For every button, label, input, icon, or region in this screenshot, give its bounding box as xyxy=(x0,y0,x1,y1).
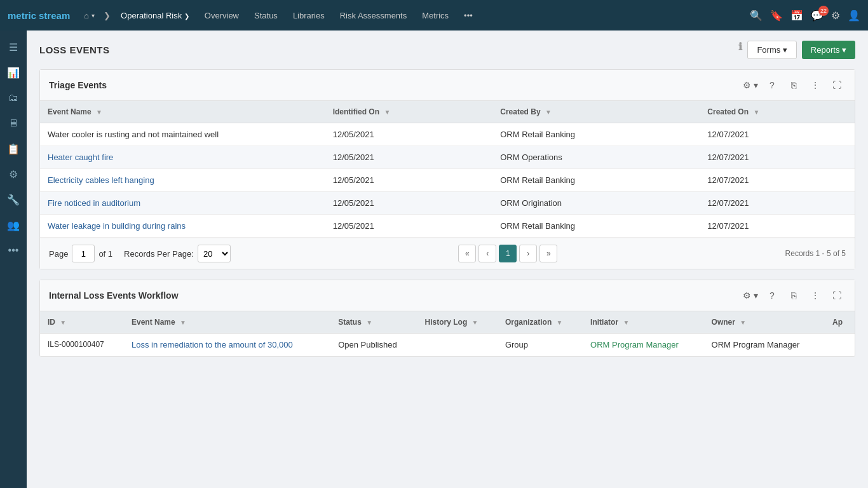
sidebar-icon-more[interactable]: ••• xyxy=(2,239,25,262)
sidebar-icon-tools[interactable]: 🔧 xyxy=(2,188,25,211)
message-badge: 22 xyxy=(818,6,829,16)
bookmark-icon[interactable]: 🔖 xyxy=(770,10,783,22)
table-row: Fire noticed in auditorium12/05/2021ORM … xyxy=(40,192,855,215)
nav-item-operational-risk[interactable]: Operational Risk ❯ xyxy=(116,8,194,23)
workflow-more-icon[interactable]: ⋮ xyxy=(806,287,824,304)
sidebar-icon-dashboard[interactable]: ☰ xyxy=(2,36,25,58)
messages-icon[interactable]: 💬 22 xyxy=(811,10,824,22)
workflow-settings-icon[interactable]: ⚙ ▾ xyxy=(742,287,759,304)
reports-button[interactable]: Reports ▾ xyxy=(802,41,855,59)
home-nav-item[interactable]: ⌂ ▾ xyxy=(80,8,98,23)
wf-row-status: Open Published xyxy=(330,334,417,356)
logo-text-part1: metric xyxy=(8,10,36,21)
home-chevron: ▾ xyxy=(92,12,95,19)
app-logo: metricstream xyxy=(8,10,70,21)
triage-row-created-by: ORM Retail Banking xyxy=(492,215,700,238)
sidebar-icon-tasks[interactable]: 📋 xyxy=(2,137,25,160)
page-header: LOSS EVENTS ℹ Forms ▾ Reports ▾ xyxy=(39,41,855,59)
wf-row-initiator: ORM Program Manager xyxy=(583,334,704,356)
per-page-select[interactable]: 20 50 100 xyxy=(198,245,231,262)
workflow-table-header-row: ID ▼ Event Name ▼ Status ▼ History Log xyxy=(40,311,855,334)
workflow-section-title: Internal Loss Events Workflow xyxy=(49,290,179,301)
triage-section-header: Triage Events ⚙ ▾ ? ⎘ ⋮ ⛶ xyxy=(40,70,855,101)
triage-table-header-row: Event Name ▼ Identified On ▼ Created By … xyxy=(40,101,855,123)
triage-row-event-name: Electricity cables left hanging xyxy=(40,169,325,192)
triage-row-created-on: 12/07/2021 xyxy=(700,169,855,192)
prev-page-btn[interactable]: ‹ xyxy=(478,245,496,262)
wf-col-ap[interactable]: Ap xyxy=(825,311,855,334)
calendar-icon[interactable]: 📅 xyxy=(790,10,803,22)
triage-row-event-name: Water cooler is rusting and not maintain… xyxy=(40,123,325,146)
triage-row-event-name: Fire noticed in auditorium xyxy=(40,192,325,215)
first-page-btn[interactable]: « xyxy=(458,245,476,262)
nav-item-risk-assessments[interactable]: Risk Assessments xyxy=(335,8,412,23)
wf-col-owner[interactable]: Owner ▼ xyxy=(704,311,825,334)
table-row: Electricity cables left hanging12/05/202… xyxy=(40,169,855,192)
nav-item-more[interactable]: ••• xyxy=(459,8,478,23)
wf-col-organization[interactable]: Organization ▼ xyxy=(498,311,583,334)
wf-col-history-log[interactable]: History Log ▼ xyxy=(417,311,498,334)
triage-copy-icon[interactable]: ⎘ xyxy=(785,76,803,94)
triage-section-tools: ⚙ ▾ ? ⎘ ⋮ ⛶ xyxy=(742,76,846,94)
triage-row-identified-on: 12/05/2021 xyxy=(325,169,493,192)
wf-col-event-name[interactable]: Event Name ▼ xyxy=(124,311,330,334)
wf-initiator-link[interactable]: ORM Program Manager xyxy=(590,340,679,349)
triage-table: Event Name ▼ Identified On ▼ Created By … xyxy=(40,101,855,238)
triage-row-created-by: ORM Retail Banking xyxy=(492,123,700,146)
nav-item-overview[interactable]: Overview xyxy=(200,8,244,23)
triage-row-event-name: Water leakage in building during rains xyxy=(40,215,325,238)
col-identified-on[interactable]: Identified On ▼ xyxy=(325,101,493,123)
nav-item-libraries[interactable]: Libraries xyxy=(288,8,330,23)
wf-col-status[interactable]: Status ▼ xyxy=(330,311,417,334)
triage-row-created-by: ORM Origination xyxy=(492,192,700,215)
triage-expand-icon[interactable]: ⛶ xyxy=(828,76,846,94)
home-icon: ⌂ xyxy=(84,11,89,20)
search-icon[interactable]: 🔍 xyxy=(750,10,763,22)
triage-help-icon[interactable]: ? xyxy=(763,76,781,94)
col-created-by[interactable]: Created By ▼ xyxy=(492,101,700,123)
next-page-btn[interactable]: › xyxy=(519,245,537,262)
col-event-name[interactable]: Event Name ▼ xyxy=(40,101,325,123)
user-avatar[interactable]: 👤 xyxy=(848,10,860,22)
table-row: Water cooler is rusting and not maintain… xyxy=(40,123,855,146)
sidebar-icon-users[interactable]: 👥 xyxy=(2,214,25,236)
sidebar-icon-monitor[interactable]: 🖥 xyxy=(2,112,25,135)
page-number-input[interactable] xyxy=(72,245,95,262)
page-title-text: LOSS EVENTS xyxy=(39,44,110,55)
workflow-expand-icon[interactable]: ⛶ xyxy=(828,287,846,304)
workflow-copy-icon[interactable]: ⎘ xyxy=(785,287,803,304)
table-row: Water leakage in building during rains12… xyxy=(40,215,855,238)
triage-row-created-on: 12/07/2021 xyxy=(700,146,855,169)
forms-button[interactable]: Forms ▾ xyxy=(747,41,796,59)
workflow-section-tools: ⚙ ▾ ? ⎘ ⋮ ⛶ xyxy=(742,287,846,304)
triage-more-icon[interactable]: ⋮ xyxy=(806,76,824,94)
triage-row-created-on: 12/07/2021 xyxy=(700,123,855,146)
wf-row-id: ILS-0000100407 xyxy=(40,334,124,356)
workflow-help-icon[interactable]: ? xyxy=(763,287,781,304)
event-name-sort-icon: ▼ xyxy=(96,109,102,116)
triage-row-created-on: 12/07/2021 xyxy=(700,215,855,238)
last-page-btn[interactable]: » xyxy=(539,245,557,262)
triage-event-name-link[interactable]: Electricity cables left hanging xyxy=(48,175,154,185)
sidebar-icon-reports[interactable]: 📊 xyxy=(2,61,25,84)
settings-icon[interactable]: ⚙ xyxy=(831,10,840,22)
nav-item-metrics[interactable]: Metrics xyxy=(417,8,454,23)
sidebar-icon-settings[interactable]: ⚙ xyxy=(2,163,25,186)
col-created-on[interactable]: Created On ▼ xyxy=(700,101,855,123)
page-1-btn[interactable]: 1 xyxy=(499,245,517,262)
wf-col-initiator[interactable]: Initiator ▼ xyxy=(583,311,704,334)
triage-event-name-link[interactable]: Heater caught fire xyxy=(48,152,113,162)
triage-event-name-link[interactable]: Fire noticed in auditorium xyxy=(48,198,140,208)
pagination-center: « ‹ 1 › » xyxy=(458,245,557,262)
workflow-section: Internal Loss Events Workflow ⚙ ▾ ? ⎘ ⋮ … xyxy=(39,280,855,357)
nav-item-status[interactable]: Status xyxy=(249,8,283,23)
triage-event-name-link[interactable]: Water leakage in building during rains xyxy=(48,221,186,231)
workflow-table: ID ▼ Event Name ▼ Status ▼ History Log xyxy=(40,311,855,356)
triage-settings-icon[interactable]: ⚙ ▾ xyxy=(742,76,759,94)
wf-event-name-link[interactable]: Loss in remediation to the amount of 30,… xyxy=(132,340,293,349)
table-row: ILS-0000100407 Loss in remediation to th… xyxy=(40,334,855,356)
records-per-page-label: Records Per Page: xyxy=(124,249,194,259)
sidebar-icon-documents[interactable]: 🗂 xyxy=(2,86,25,109)
wf-col-id[interactable]: ID ▼ xyxy=(40,311,124,334)
help-circle-icon[interactable]: ℹ xyxy=(738,41,743,59)
